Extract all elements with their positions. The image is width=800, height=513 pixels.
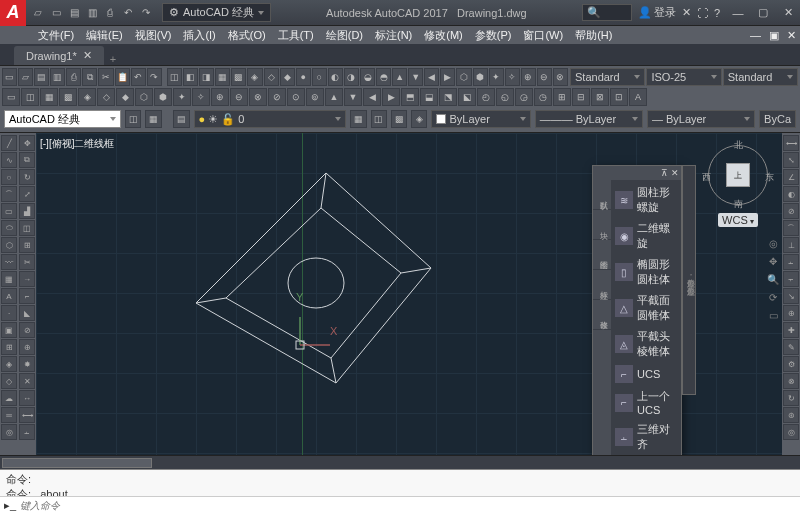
palette-item[interactable]: △平截面圆锥体 (613, 290, 679, 326)
tool-btn[interactable]: ◑ (344, 68, 359, 86)
palette-item[interactable]: ⫠三维对齐 (613, 419, 679, 455)
cloud-icon[interactable]: ⛶ (697, 7, 708, 19)
side-palette-handle[interactable]: 形位公差，形位公差... (682, 165, 696, 395)
tool-btn[interactable]: ▲ (325, 88, 343, 106)
tool-btn[interactable]: ⊗ (553, 68, 568, 86)
scale-tool-icon[interactable]: ⤢ (19, 186, 35, 202)
maximize-button[interactable]: ▢ (751, 4, 775, 22)
menu-params[interactable]: 参数(P) (469, 27, 518, 44)
text-tool-icon[interactable]: A (1, 288, 17, 304)
line-tool-icon[interactable]: ╱ (1, 135, 17, 151)
dim-radius-icon[interactable]: ◐ (783, 186, 799, 202)
tool-btn[interactable]: ▭ (2, 88, 20, 106)
donut-tool-icon[interactable]: ◎ (1, 424, 17, 440)
move-tool-icon[interactable]: ✥ (19, 135, 35, 151)
tool-btn[interactable]: ▥ (50, 68, 65, 86)
tool-btn[interactable]: ▶ (440, 68, 455, 86)
exchange-icon[interactable]: ✕ (682, 6, 691, 19)
tool-btn[interactable]: ▦ (40, 88, 58, 106)
tool-btn[interactable]: ⬡ (456, 68, 471, 86)
tool-btn[interactable]: ⊞ (553, 88, 571, 106)
tool-btn[interactable]: ▦ (215, 68, 230, 86)
plotstyle-dropdown[interactable]: ByCa (759, 110, 796, 128)
open-icon[interactable]: ▭ (48, 5, 64, 21)
tool-btn[interactable]: ◧ (183, 68, 198, 86)
tool-btn[interactable]: ◴ (477, 88, 495, 106)
tool-btn[interactable]: ▼ (344, 88, 362, 106)
override-icon[interactable]: ⊗ (783, 373, 799, 389)
standard-dropdown-1[interactable]: Standard (570, 68, 645, 86)
search-input[interactable]: 🔍 (582, 4, 632, 21)
undo-icon[interactable]: ↶ (120, 5, 136, 21)
tool-btn[interactable]: ⎙ (66, 68, 81, 86)
tool-btn[interactable]: ● (296, 68, 311, 86)
tool-btn[interactable]: ⊕ (521, 68, 536, 86)
align-tool-icon[interactable]: ⫠ (19, 424, 35, 440)
dim-ordinate-icon[interactable]: ⊥ (783, 237, 799, 253)
pan-icon[interactable]: ✥ (766, 256, 780, 270)
dim-linear-icon[interactable]: ⟷ (783, 135, 799, 151)
tool-btn[interactable]: ◈ (411, 110, 427, 128)
palette-header[interactable]: ⊼ ✕ (593, 166, 681, 180)
tool-btn[interactable]: ◨ (199, 68, 214, 86)
new-icon[interactable]: ▱ (30, 5, 46, 21)
palette-item[interactable]: ◬平截头棱锥体 (613, 326, 679, 362)
tool-btn[interactable]: ▭ (2, 68, 17, 86)
rect-tool-icon[interactable]: ▭ (1, 203, 17, 219)
join-tool-icon[interactable]: ⊕ (19, 339, 35, 355)
tool-palette[interactable]: ⊼ ✕ 默认 块 绘图 标注 修改 ≋圆柱形螺旋 ◉二维螺旋 ▯椭圆形圆柱体 △… (592, 165, 682, 455)
wcs-label[interactable]: WCS ▾ (718, 213, 758, 227)
erase-tool-icon[interactable]: ✕ (19, 373, 35, 389)
login-button[interactable]: 👤登录 (638, 5, 676, 20)
tool-btn[interactable]: ✂ (98, 68, 113, 86)
tool-btn[interactable]: A (629, 88, 647, 106)
tool-btn[interactable]: ▱ (18, 68, 33, 86)
tool-btn[interactable]: ◫ (125, 110, 141, 128)
tool-btn[interactable]: ⊡ (610, 88, 628, 106)
tool-btn[interactable]: ◫ (167, 68, 182, 86)
tool-btn[interactable]: ⊗ (249, 88, 267, 106)
pin-icon[interactable]: ⊼ (661, 168, 668, 178)
dim-arc-icon[interactable]: ⌒ (783, 220, 799, 236)
palette-tab[interactable]: 块 (593, 210, 611, 240)
print-icon[interactable]: ⎙ (102, 5, 118, 21)
tool-btn[interactable]: ⊠ (591, 88, 609, 106)
tool-btn[interactable]: ▶ (382, 88, 400, 106)
tool-btn[interactable]: ⬢ (473, 68, 488, 86)
mirror-tool-icon[interactable]: ▟ (19, 203, 35, 219)
tool-btn[interactable]: ⧉ (82, 68, 97, 86)
tool-btn[interactable]: ⬒ (401, 88, 419, 106)
tool-btn[interactable]: ⊚ (306, 88, 324, 106)
tool-btn[interactable]: ⊟ (572, 88, 590, 106)
tool-btn[interactable]: ◶ (515, 88, 533, 106)
menu-edit[interactable]: 编辑(E) (80, 27, 129, 44)
doc-restore-button[interactable]: ▣ (765, 29, 783, 42)
update-icon[interactable]: ↻ (783, 390, 799, 406)
table-tool-icon[interactable]: ⊞ (1, 339, 17, 355)
revcloud-tool-icon[interactable]: ☁ (1, 390, 17, 406)
dim-continue-icon[interactable]: ⫟ (783, 271, 799, 287)
doc-minimize-button[interactable]: — (746, 29, 765, 41)
palette-item[interactable]: ◉二维螺旋 (613, 218, 679, 254)
document-tab[interactable]: Drawing1* ✕ (14, 46, 104, 65)
palette-tab[interactable]: 绘图 (593, 240, 611, 270)
saveas-icon[interactable]: ▥ (84, 5, 100, 21)
standard-dropdown-2[interactable]: Standard (723, 68, 798, 86)
offset-tool-icon[interactable]: ◫ (19, 220, 35, 236)
break-tool-icon[interactable]: ⊘ (19, 322, 35, 338)
tool-btn[interactable]: ◇ (264, 68, 279, 86)
tool-btn[interactable]: ▩ (231, 68, 246, 86)
save-icon[interactable]: ▤ (66, 5, 82, 21)
spline-tool-icon[interactable]: 〰 (1, 254, 17, 270)
app-logo[interactable]: A (0, 0, 26, 26)
tool-btn[interactable]: ⬡ (135, 88, 153, 106)
tool-btn[interactable]: ▩ (59, 88, 77, 106)
layer-dropdown[interactable]: ●☀🔓0 (194, 110, 347, 128)
palette-tab[interactable]: 默认 (593, 180, 611, 210)
explode-tool-icon[interactable]: ✸ (19, 356, 35, 372)
tool-btn[interactable]: ✦ (489, 68, 504, 86)
menu-draw[interactable]: 绘图(D) (320, 27, 369, 44)
palette-item[interactable]: ⌐上一个UCS (613, 386, 679, 419)
help-icon[interactable]: ? (714, 7, 720, 19)
close-tab-icon[interactable]: ✕ (83, 49, 92, 62)
